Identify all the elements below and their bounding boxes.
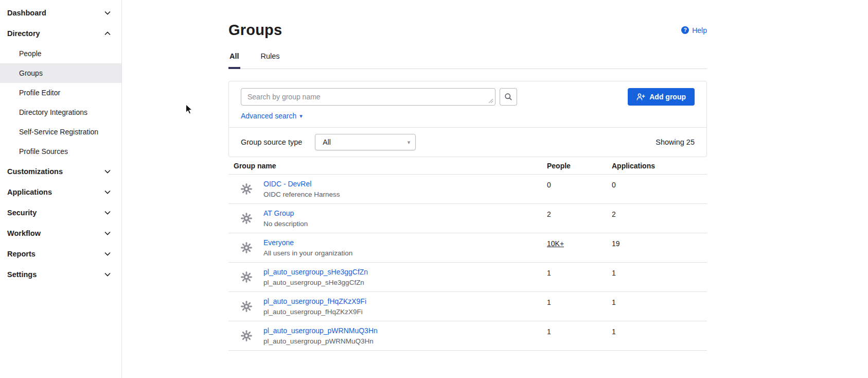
sidebar-item-label: Applications (7, 188, 52, 196)
table-row: OIDC - DevRel OIDC reference Harness 0 0 (228, 175, 707, 204)
sidebar-item-profile-editor[interactable]: Profile Editor (0, 83, 121, 102)
group-source-type-select[interactable]: All ▾ (315, 134, 416, 150)
people-count-link[interactable]: 10K+ (547, 233, 612, 262)
chevron-down-icon (104, 250, 111, 257)
sidebar-item-settings[interactable]: Settings (0, 264, 121, 285)
group-source-type-label: Group source type (241, 138, 302, 146)
add-user-icon (636, 93, 645, 101)
group-description: pl_auto_usergroup_fHqZKzX9Fi (263, 308, 366, 316)
sidebar-item-self-service-registration[interactable]: Self-Service Registration (0, 122, 121, 142)
group-description: All users in your organization (263, 249, 352, 257)
sidebar-item-directory-integrations[interactable]: Directory Integrations (0, 102, 121, 122)
chevron-down-icon (104, 9, 111, 16)
showing-count: Showing 25 (656, 138, 695, 146)
applications-count: 1 (612, 321, 707, 350)
chevron-down-icon (104, 230, 111, 237)
add-group-button-label: Add group (649, 93, 686, 101)
sidebar-item-people[interactable]: People (0, 44, 121, 63)
applications-count: 19 (612, 233, 707, 262)
group-description: OIDC reference Harness (263, 191, 340, 198)
resize-grip-icon (488, 98, 493, 104)
people-count: 1 (547, 263, 612, 291)
sidebar-item-reports[interactable]: Reports (0, 244, 121, 264)
sidebar-item-profile-sources[interactable]: Profile Sources (0, 142, 121, 161)
chevron-down-icon (104, 168, 111, 175)
sidebar-item-label: Settings (7, 270, 37, 279)
page-title: Groups (228, 22, 282, 39)
group-name-link[interactable]: pl_auto_usergroup_fHqZKzX9Fi (263, 297, 366, 305)
column-header-applications: Applications (612, 162, 707, 170)
people-count: 0 (547, 175, 612, 203)
groups-table: Group name People Applications OIDC - De… (228, 157, 707, 351)
group-name-link[interactable]: pl_auto_usergroup_pWRNMuQ3Hn (263, 327, 378, 335)
groups-toolbar-card: Add group Advanced search ▾ Group source… (228, 81, 707, 157)
search-input[interactable] (241, 88, 495, 106)
column-header-group-name: Group name (228, 162, 547, 170)
table-header-row: Group name People Applications (228, 157, 707, 175)
caret-down-icon: ▾ (299, 113, 303, 119)
caret-down-icon: ▾ (408, 139, 411, 146)
sidebar-item-security[interactable]: Security (0, 202, 121, 223)
chevron-up-icon (104, 30, 111, 37)
sidebar: Dashboard Directory People Groups Profil… (0, 0, 122, 378)
people-count: 1 (547, 292, 612, 321)
applications-count: 0 (612, 175, 707, 203)
applications-count: 1 (612, 263, 707, 291)
main-content: Groups ? Help All Rules (122, 0, 868, 378)
tab-all[interactable]: All (228, 52, 240, 69)
sidebar-item-label: Customizations (7, 167, 63, 176)
tab-rules[interactable]: Rules (260, 52, 281, 69)
sidebar-item-label: Workflow (7, 229, 41, 237)
sidebar-item-workflow[interactable]: Workflow (0, 223, 121, 244)
group-gear-icon (240, 212, 253, 225)
sidebar-item-label: Reports (7, 250, 36, 258)
group-gear-icon (240, 300, 253, 313)
chevron-down-icon (104, 188, 111, 196)
advanced-search-label: Advanced search (241, 112, 296, 120)
search-input-wrap (241, 88, 495, 106)
page-header: Groups ? Help (228, 22, 707, 39)
group-gear-icon (240, 271, 253, 283)
sidebar-item-dashboard[interactable]: Dashboard (0, 3, 121, 23)
group-name-link[interactable]: OIDC - DevRel (263, 180, 340, 188)
sidebar-item-directory[interactable]: Directory (0, 23, 121, 44)
group-name-link[interactable]: pl_auto_usergroup_sHe3ggCfZn (263, 268, 368, 276)
group-gear-icon (240, 330, 253, 342)
table-row: AT Group No description 2 2 (228, 204, 707, 233)
help-link-label: Help (692, 26, 707, 35)
group-name-link[interactable]: Everyone (263, 238, 352, 247)
people-count: 1 (547, 321, 612, 350)
applications-count: 2 (612, 204, 707, 233)
search-icon (504, 93, 512, 101)
group-description: pl_auto_usergroup_sHe3ggCfZn (263, 279, 368, 286)
advanced-search-link[interactable]: Advanced search ▾ (241, 112, 303, 120)
table-row: pl_auto_usergroup_pWRNMuQ3Hn pl_auto_use… (228, 321, 707, 351)
table-row: pl_auto_usergroup_sHe3ggCfZn pl_auto_use… (228, 263, 707, 292)
sidebar-item-label: Dashboard (7, 9, 46, 17)
search-button[interactable] (500, 88, 517, 106)
group-description: pl_auto_usergroup_pWRNMuQ3Hn (263, 337, 378, 345)
tab-bar: All Rules (228, 52, 707, 69)
applications-count: 1 (612, 292, 707, 321)
sidebar-item-label: Security (7, 209, 37, 217)
sidebar-item-label: Directory (7, 29, 40, 38)
table-row: pl_auto_usergroup_fHqZKzX9Fi pl_auto_use… (228, 292, 707, 321)
sidebar-item-groups[interactable]: Groups (0, 63, 121, 83)
group-gear-icon (240, 183, 253, 195)
group-name-link[interactable]: AT Group (263, 209, 308, 217)
sidebar-item-applications[interactable]: Applications (0, 182, 121, 202)
chevron-down-icon (104, 271, 111, 278)
group-source-type-value: All (323, 138, 331, 146)
group-gear-icon (240, 242, 253, 254)
chevron-down-icon (104, 209, 111, 216)
column-header-people: People (547, 162, 612, 170)
table-row: Everyone All users in your organization … (228, 233, 707, 263)
sidebar-item-customizations[interactable]: Customizations (0, 161, 121, 182)
group-description: No description (263, 220, 308, 228)
filter-row: Group source type All ▾ Showing 25 (229, 128, 706, 157)
people-count: 2 (547, 204, 612, 233)
help-link[interactable]: ? Help (681, 26, 707, 35)
add-group-button[interactable]: Add group (628, 88, 695, 106)
help-icon: ? (681, 26, 689, 34)
